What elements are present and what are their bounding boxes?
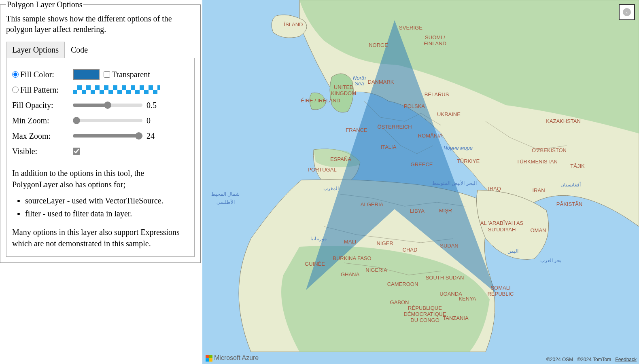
country-label: FINLAND: [424, 40, 446, 47]
attribution-tomtom: ©2024 TomTom: [577, 357, 611, 362]
arabic-label: موريتانيا: [310, 236, 327, 241]
country-label: ÉIRE / IRELAND: [301, 97, 340, 104]
country-label: OMAN: [531, 227, 546, 233]
min-zoom-slider[interactable]: [73, 119, 142, 122]
country-label: CHAD: [403, 247, 418, 253]
country-label: TÂJIK: [570, 163, 585, 169]
fill-color-option[interactable]: Fill Color:: [12, 70, 73, 79]
country-label: SVERIGE: [399, 25, 422, 31]
visible-checkbox[interactable]: [73, 148, 80, 155]
fill-opacity-value: 0.5: [146, 101, 159, 110]
country-label: TÜRKIYE: [457, 158, 480, 164]
fill-opacity-label: Fill Opacity:: [12, 101, 73, 110]
arabic-label: البحر الأبيض المتوسط: [432, 180, 477, 186]
fill-opacity-row: Fill Opacity: 0.5: [12, 99, 189, 112]
azure-logo-text: Microsoft Azure: [214, 354, 259, 362]
tab-content: Fill Color: Transparent Fill Pattern:: [6, 58, 195, 257]
fill-color-swatch[interactable]: [73, 69, 100, 80]
country-label: ÍSLAND: [284, 21, 303, 28]
country-label: IRAN: [532, 187, 545, 193]
panel-legend: Polygon Layer Options: [6, 0, 83, 9]
chevron-left-icon: ‹: [623, 8, 631, 16]
country-label: GHANA: [341, 271, 360, 277]
transparent-checkbox[interactable]: [104, 71, 110, 78]
fill-pattern-radio[interactable]: [12, 87, 19, 93]
country-label: FRANCE: [346, 127, 367, 133]
tab-code[interactable]: Code: [65, 42, 94, 58]
country-label: AL 'ARABĪYAH AS: [480, 220, 524, 226]
country-label: MALI: [344, 239, 356, 245]
country-label: MIŞR: [439, 207, 452, 214]
max-zoom-value: 24: [146, 131, 159, 141]
options-fieldset: Polygon Layer Options This sample shows …: [0, 0, 201, 263]
max-zoom-slider[interactable]: [73, 134, 142, 138]
country-label: REPUBLIC: [487, 291, 514, 297]
fill-color-label: Fill Color:: [20, 70, 54, 79]
map-attribution: ©2024 OSM ©2024 TomTom Feedback: [546, 357, 637, 362]
country-label: ÖSTERREICH: [377, 124, 412, 130]
country-label: DÉMOCRATIQUE: [403, 311, 446, 317]
country-label: GREECE: [411, 161, 433, 167]
country-label: PĀKISTĀN: [556, 201, 582, 207]
tabs: Layer Options Code: [6, 42, 195, 58]
transparent-option[interactable]: Transparent: [104, 70, 150, 79]
info-list: sourceLayer - used with VectorTileSource…: [25, 195, 189, 219]
map-canvas: ÍSLANDSVERIGENORGESUOMI /FINLANDDANMARKU…: [202, 0, 639, 364]
map-container[interactable]: ÍSLANDSVERIGENORGESUOMI /FINLANDDANMARKU…: [202, 0, 639, 364]
list-item: sourceLayer - used with VectorTileSource…: [25, 195, 189, 206]
country-label: TÜRKMENISTAN: [516, 159, 558, 165]
country-label: ITALIA: [381, 144, 397, 150]
country-label: SOMALI: [490, 285, 510, 291]
country-label: NORGE: [369, 42, 388, 48]
country-label: ESPAÑA: [330, 156, 351, 162]
min-zoom-value: 0: [146, 116, 159, 125]
arabic-label: أفغانستان: [560, 182, 581, 188]
fill-opacity-slider[interactable]: [73, 104, 142, 107]
country-label: KINGDOM: [331, 90, 356, 96]
azure-logo: Microsoft Azure: [206, 354, 259, 362]
sea-label: Чорне море: [444, 145, 473, 151]
country-label: UKRAINE: [437, 111, 461, 117]
arabic-label: اليمن: [507, 248, 518, 254]
min-zoom-label: Min Zoom:: [12, 116, 73, 125]
country-label: PORTUGAL: [308, 167, 336, 173]
fill-pattern-row: Fill Pattern:: [12, 83, 189, 96]
feedback-link[interactable]: Feedback: [615, 357, 637, 362]
country-label: TANZANIA: [443, 315, 469, 321]
panel-description: This sample shows how the different opti…: [6, 13, 195, 34]
country-label: LIBYA: [410, 208, 425, 214]
country-label: DU CONGO: [410, 317, 439, 323]
list-item: filter - used to filter data in layer.: [25, 208, 189, 219]
country-label: SOUTH SUDAN: [426, 275, 464, 281]
country-label: SUOMI /: [425, 34, 445, 40]
country-label: BELARUS: [425, 91, 449, 97]
fill-pattern-swatch[interactable]: [73, 85, 160, 94]
sea-label: North: [353, 75, 366, 81]
microsoft-icon: [206, 355, 212, 362]
arabic-label: المغرب: [323, 186, 339, 191]
country-label: KENYA: [459, 296, 476, 302]
visible-row: Visible:: [12, 145, 189, 158]
tab-layer-options[interactable]: Layer Options: [6, 42, 65, 58]
arabic-label: بحر العرب: [540, 258, 561, 263]
fill-color-radio[interactable]: [12, 71, 19, 78]
country-label: ALGERIA: [361, 201, 384, 207]
info-footer: Many options in this layer also support …: [12, 226, 189, 249]
country-label: SUDAN: [440, 243, 459, 249]
sea-label: Sea: [355, 80, 364, 87]
country-label: SU'ŪDĪYAH: [488, 226, 516, 233]
max-zoom-label: Max Zoom:: [12, 131, 73, 141]
country-label: NIGER: [376, 240, 393, 246]
sidebar-panel: Polygon Layer Options This sample shows …: [0, 0, 202, 364]
country-label: CAMEROON: [387, 281, 418, 287]
country-label: ROMÂNIA: [418, 133, 443, 139]
min-zoom-row: Min Zoom: 0: [12, 114, 189, 127]
country-label: RÉPUBLIQUE: [408, 305, 442, 311]
info-intro: In addition to the options in this tool,…: [12, 167, 189, 190]
arabic-label: شمال المحيط: [211, 191, 240, 197]
fill-pattern-option[interactable]: Fill Pattern:: [12, 85, 73, 95]
map-style-button[interactable]: ‹: [619, 4, 635, 20]
attribution-osm: ©2024 OSM: [546, 357, 573, 362]
country-label: GABON: [390, 299, 409, 305]
country-label: O'ZBEKISTON: [532, 147, 567, 153]
